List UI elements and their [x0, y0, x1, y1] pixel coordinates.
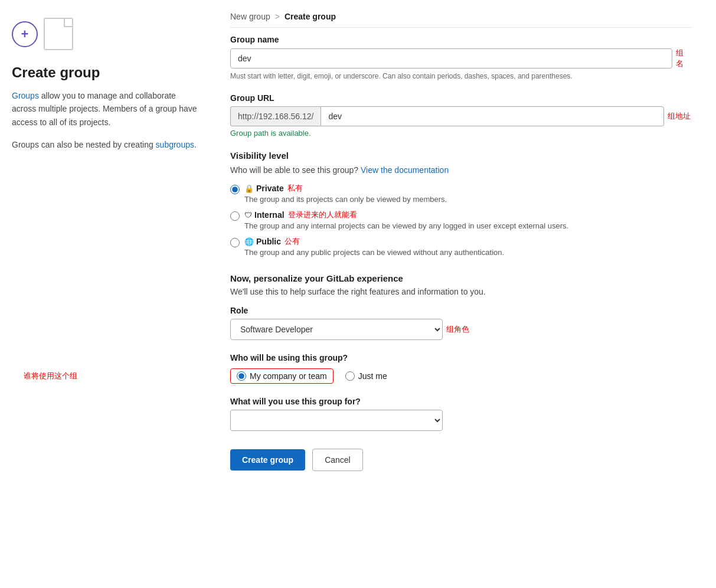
sidebar-title: Create group: [12, 64, 201, 81]
group-name-label: Group name: [230, 35, 692, 44]
url-available-text: Group path is available.: [230, 129, 692, 138]
visibility-public-desc: The group and any public projects can be…: [244, 248, 504, 257]
who-annotation: 谁将使用这个组: [24, 371, 77, 381]
sidebar-note-suffix: .: [194, 140, 197, 149]
what-label: What will you use this group for?: [230, 397, 692, 406]
group-name-section: Group name 组名 Must start with letter, di…: [230, 35, 692, 80]
sidebar: + Create group Groups allow you to manag…: [0, 0, 218, 588]
group-name-hint: Must start with letter, digit, emoji, or…: [230, 72, 692, 80]
who-options: My company or team Just me: [230, 368, 387, 384]
main-content: New group > Create group Group name 组名 M…: [218, 0, 716, 588]
group-url-section: Group URL http://192.168.56.12/ 组地址 Grou…: [230, 93, 692, 138]
group-name-input[interactable]: [230, 48, 672, 68]
visibility-public-label: Public: [256, 237, 281, 246]
personalize-desc: We'll use this to help surface the right…: [230, 287, 692, 296]
breadcrumb-current: Create group: [285, 12, 336, 21]
sidebar-desc1-text: allow you to manage and collaborate acro…: [12, 91, 197, 127]
visibility-internal-annotation: 登录进来的人就能看: [288, 210, 357, 220]
who-label: Who will be using this group?: [230, 353, 692, 362]
role-select[interactable]: Software Developer Engineering Manager P…: [230, 319, 443, 340]
visibility-subtitle-text: Who will be able to see this group?: [230, 165, 358, 175]
globe-icon: 🌐: [244, 237, 254, 246]
visibility-subtitle: Who will be able to see this group? View…: [230, 165, 692, 175]
create-group-button[interactable]: Create group: [230, 449, 305, 471]
visibility-internal-label: Internal: [254, 210, 285, 220]
visibility-private-label: Private: [256, 184, 284, 193]
lock-icon: 🔒: [244, 184, 254, 193]
visibility-section: Visibility level Who will be able to see…: [230, 151, 692, 257]
visibility-public-option: 🌐 Public 公有 The group and any public pro…: [230, 236, 692, 257]
group-url-input[interactable]: [321, 106, 664, 126]
role-annotation: 组角色: [446, 324, 469, 335]
who-company-option[interactable]: My company or team: [230, 368, 334, 384]
who-section: Who will be using this group? 谁将使用这个组 My…: [230, 353, 692, 384]
visibility-private-radio[interactable]: [230, 185, 240, 194]
breadcrumb-parent-link[interactable]: New group: [230, 12, 270, 21]
visibility-public-annotation: 公有: [285, 236, 300, 247]
cancel-button[interactable]: Cancel: [312, 449, 363, 471]
doc-icon: [44, 18, 73, 50]
personalize-section: Now, personalize your GitLab experience …: [230, 273, 692, 471]
who-company-label: My company or team: [250, 371, 327, 381]
what-select[interactable]: My own projects My team's projects: [230, 410, 443, 431]
button-row: Create group Cancel: [230, 449, 692, 471]
breadcrumb-separator: >: [275, 12, 280, 21]
group-url-label: Group URL: [230, 93, 692, 103]
visibility-private-option: 🔒 Private 私有 The group and its projects …: [230, 183, 692, 204]
visibility-private-desc: The group and its projects can only be v…: [244, 195, 447, 204]
groups-link[interactable]: Groups: [12, 91, 39, 100]
visibility-doc-link[interactable]: View the documentation: [361, 165, 449, 175]
role-section: Role Software Developer Engineering Mana…: [230, 306, 692, 340]
visibility-title: Visibility level: [230, 151, 692, 161]
role-label: Role: [230, 306, 692, 315]
who-company-radio[interactable]: [237, 371, 246, 381]
subgroups-link[interactable]: subgroups: [156, 140, 194, 149]
shield-icon: 🛡: [244, 211, 252, 220]
sidebar-note: Groups can also be nested by creating su…: [12, 138, 201, 151]
sidebar-note-prefix: Groups can also be nested by creating: [12, 140, 156, 149]
group-name-annotation: 组名: [676, 48, 691, 69]
visibility-internal-option: 🛡 Internal 登录进来的人就能看 The group and any i…: [230, 210, 692, 230]
what-section: What will you use this group for? My own…: [230, 397, 692, 431]
visibility-internal-desc: The group and any internal projects can …: [244, 221, 568, 230]
who-me-label: Just me: [358, 371, 387, 381]
visibility-public-radio[interactable]: [230, 238, 240, 247]
sidebar-description: Groups allow you to manage and collabora…: [12, 89, 201, 129]
who-me-option[interactable]: Just me: [345, 371, 387, 381]
logo-area: +: [12, 18, 201, 50]
breadcrumb: New group > Create group: [230, 12, 692, 28]
personalize-title: Now, personalize your GitLab experience: [230, 273, 692, 283]
url-prefix: http://192.168.56.12/: [230, 106, 321, 126]
url-annotation: 组地址: [668, 111, 691, 122]
who-me-radio[interactable]: [345, 371, 355, 381]
plus-icon: +: [12, 21, 38, 47]
visibility-internal-radio[interactable]: [230, 211, 240, 221]
visibility-private-annotation: 私有: [287, 183, 303, 194]
